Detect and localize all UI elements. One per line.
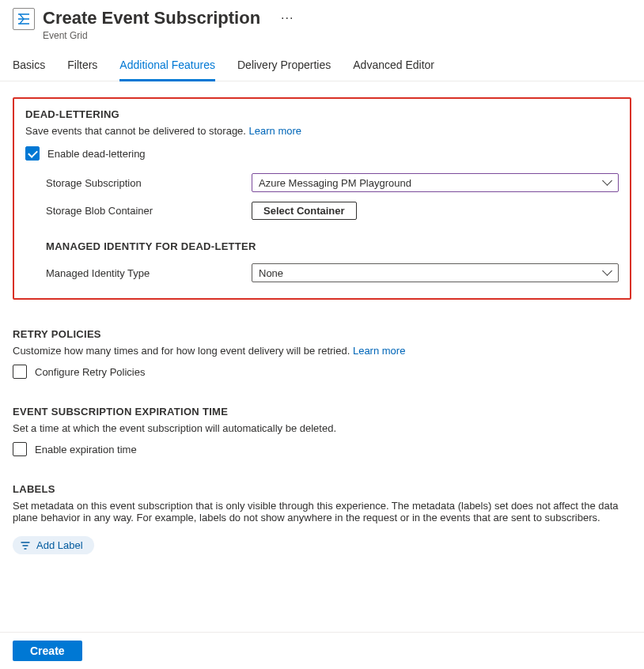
chevron-down-icon <box>604 180 612 185</box>
enable-expiration-label: Enable expiration time <box>35 444 137 455</box>
storage-blob-row: Storage Blob Container Select Container <box>25 202 619 220</box>
tab-additional-features[interactable]: Additional Features <box>119 52 215 81</box>
managed-identity-type-label: Managed Identity Type <box>46 267 252 279</box>
storage-subscription-select[interactable]: Azure Messaging PM Playground <box>252 173 619 192</box>
page-title: Create Event Subscription <box>43 8 260 28</box>
dead-lettering-heading: DEAD-LETTERING <box>25 108 619 120</box>
dead-lettering-desc: Save events that cannot be delivered to … <box>25 125 619 137</box>
footer-bar: Create <box>0 632 644 669</box>
expiration-desc: Set a time at which the event subscripti… <box>13 422 631 434</box>
add-label-text: Add Label <box>36 539 83 551</box>
enable-expiration-checkbox-row[interactable]: Enable expiration time <box>13 442 631 456</box>
storage-subscription-row: Storage Subscription Azure Messaging PM … <box>25 173 619 192</box>
enable-dead-lettering-label: Enable dead-lettering <box>47 148 146 160</box>
tab-filters[interactable]: Filters <box>67 52 97 81</box>
more-icon[interactable]: ··· <box>281 11 294 25</box>
enable-expiration-checkbox[interactable] <box>13 442 27 456</box>
labels-desc: Set metadata on this event subscription … <box>13 500 631 523</box>
managed-identity-type-value: None <box>259 267 283 279</box>
enable-dead-lettering-checkbox[interactable] <box>25 146 40 161</box>
page-header: Create Event Subscription Event Grid ··· <box>0 0 644 46</box>
tabs-bar: Basics Filters Additional Features Deliv… <box>0 52 644 81</box>
dead-lettering-section: DEAD-LETTERING Save events that cannot b… <box>13 97 631 300</box>
managed-identity-row: Managed Identity Type None <box>25 263 619 282</box>
configure-retry-checkbox-row[interactable]: Configure Retry Policies <box>13 365 631 379</box>
chevron-down-icon <box>604 270 612 275</box>
storage-subscription-label: Storage Subscription <box>46 177 252 189</box>
enable-dead-lettering-checkbox-row[interactable]: Enable dead-lettering <box>25 146 619 161</box>
retry-policies-desc: Customize how many times and for how lon… <box>13 345 631 357</box>
retry-policies-section: RETRY POLICIES Customize how many times … <box>13 328 631 379</box>
dead-lettering-learn-more-link[interactable]: Learn more <box>249 125 301 137</box>
tab-delivery-properties[interactable]: Delivery Properties <box>237 52 331 81</box>
create-button[interactable]: Create <box>13 641 82 661</box>
tab-basics[interactable]: Basics <box>13 52 45 81</box>
dead-lettering-desc-text: Save events that cannot be delivered to … <box>25 125 249 137</box>
event-grid-icon <box>13 8 35 30</box>
configure-retry-label: Configure Retry Policies <box>35 366 145 378</box>
select-container-button[interactable]: Select Container <box>252 202 357 220</box>
managed-identity-heading: MANAGED IDENTITY FOR DEAD-LETTER <box>46 240 619 252</box>
storage-subscription-value: Azure Messaging PM Playground <box>259 177 411 189</box>
page-subtitle: Event Grid <box>43 30 260 41</box>
retry-desc-text: Customize how many times and for how lon… <box>13 345 353 357</box>
labels-heading: LABELS <box>13 483 631 495</box>
retry-policies-heading: RETRY POLICIES <box>13 328 631 340</box>
content-area: DEAD-LETTERING Save events that cannot b… <box>0 81 644 644</box>
storage-blob-label: Storage Blob Container <box>46 205 252 217</box>
expiration-section: EVENT SUBSCRIPTION EXPIRATION TIME Set a… <box>13 406 631 456</box>
labels-section: LABELS Set metadata on this event subscr… <box>13 483 631 554</box>
expiration-heading: EVENT SUBSCRIPTION EXPIRATION TIME <box>13 406 631 418</box>
configure-retry-checkbox[interactable] <box>13 365 27 379</box>
retry-learn-more-link[interactable]: Learn more <box>353 345 405 357</box>
filter-icon <box>21 542 30 550</box>
tab-advanced-editor[interactable]: Advanced Editor <box>353 52 434 81</box>
header-text: Create Event Subscription Event Grid <box>43 8 260 41</box>
managed-identity-type-select[interactable]: None <box>252 263 619 282</box>
add-label-button[interactable]: Add Label <box>13 536 94 554</box>
